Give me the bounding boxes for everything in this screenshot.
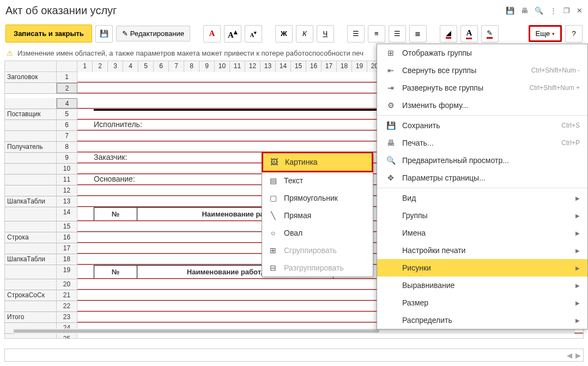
expand-icon: ⇥ — [385, 83, 397, 92]
column-header[interactable]: 9 — [199, 61, 215, 72]
mm-expand[interactable]: ⇥Развернуть все группыCtrl+Shift+Num + — [377, 79, 587, 97]
chevron-right-icon: ▶ — [575, 230, 580, 236]
border-color-button[interactable]: ✎ — [481, 25, 499, 43]
text-color-button[interactable]: А — [460, 25, 478, 43]
save-icon[interactable]: 💾 — [506, 7, 514, 15]
column-header[interactable]: 5 — [138, 61, 154, 72]
page-title: Акт об оказании услуг — [5, 4, 117, 17]
font-inc-button[interactable]: A▴ — [224, 25, 241, 43]
column-header[interactable]: 2 — [93, 61, 108, 72]
mm-groups[interactable]: Группы▶ — [377, 207, 587, 224]
print-icon[interactable]: 🖶 — [521, 7, 528, 15]
align-left-icon: ☰ — [353, 29, 359, 38]
rect-icon: ▢ — [269, 194, 277, 202]
submenu-text[interactable]: ▤Текст — [262, 172, 373, 189]
column-header[interactable]: 6 — [154, 61, 169, 72]
scroll-right-icon[interactable]: ▶ — [575, 351, 581, 359]
mm-print[interactable]: 🖶Печать...Ctrl+P — [377, 134, 587, 152]
mm-drawings[interactable]: Рисунки▶ — [377, 259, 587, 277]
column-header[interactable]: 4 — [123, 61, 138, 72]
mm-save[interactable]: 💾СохранитьCtrl+S — [377, 117, 587, 134]
column-header[interactable]: 19 — [352, 61, 367, 72]
mm-change-form[interactable]: ⚙Изменить форму... — [377, 97, 587, 114]
floppy-icon: 💾 — [100, 29, 108, 38]
align-justify-button[interactable]: ≣ — [409, 25, 427, 43]
mm-print-settings[interactable]: Настройки печати▶ — [377, 242, 587, 259]
column-header[interactable]: 1 — [77, 61, 93, 72]
more-button[interactable]: Еще ▾ — [529, 25, 562, 42]
mm-preview[interactable]: 🔍Предварительный просмотр... — [377, 152, 587, 169]
mm-collapse[interactable]: ⇤Свернуть все группыCtrl+Shift+Num - — [377, 62, 587, 79]
a-up-icon: A▴ — [228, 28, 238, 40]
bottom-scrollbar-area: ◀ ▶ — [4, 349, 584, 362]
mm-show-groups[interactable]: ⊞Отображать группы — [377, 44, 587, 62]
mm-names[interactable]: Имена▶ — [377, 224, 587, 242]
chevron-down-icon: ▾ — [552, 31, 555, 37]
column-header[interactable]: 18 — [337, 61, 352, 72]
align-right-button[interactable]: ☰ — [389, 25, 406, 43]
printer-icon: 🖶 — [385, 139, 397, 147]
italic-button[interactable]: К — [296, 25, 313, 43]
pencil-icon: ✎ — [487, 29, 493, 39]
grid-row[interactable]: 25 — [5, 334, 583, 339]
collapse-icon: ⇤ — [385, 66, 397, 75]
column-header[interactable]: 16 — [306, 61, 322, 72]
image-icon: 🖼 — [270, 158, 278, 166]
edit-button[interactable]: ✎Редактирование — [116, 26, 190, 41]
column-header[interactable]: 14 — [276, 61, 291, 72]
bold-icon: Ж — [281, 29, 287, 38]
align-left-button[interactable]: ☰ — [347, 25, 365, 43]
mm-align[interactable]: Выравнивание▶ — [377, 277, 587, 294]
close-icon[interactable]: ✕ — [577, 7, 583, 15]
submenu-ungroup: ⊟Разгруппировать — [262, 259, 373, 277]
mm-distribute[interactable]: Распределить▶ — [377, 311, 587, 329]
submenu-rect[interactable]: ▢Прямоугольник — [262, 189, 373, 207]
font-dec-button[interactable]: A▾ — [245, 25, 262, 43]
a-down-icon: A▾ — [250, 29, 257, 38]
column-header[interactable]: 17 — [322, 61, 337, 72]
fill-color-button[interactable]: ◢ — [440, 25, 457, 43]
chevron-right-icon: ▶ — [575, 248, 580, 254]
scroll-left-icon[interactable]: ◀ — [567, 351, 572, 359]
chevron-right-icon: ▶ — [575, 283, 580, 289]
submenu-oval[interactable]: ○Овал — [262, 224, 373, 242]
submenu-group: ⊞Сгруппировать — [262, 242, 373, 259]
align-center-button[interactable]: ≡ — [368, 25, 385, 43]
align-right-icon: ☰ — [394, 29, 401, 38]
drawings-submenu: 🖼Картинка ▤Текст ▢Прямоугольник ╲Прямая … — [262, 152, 373, 277]
more-menu: ⊞Отображать группы ⇤Свернуть все группыC… — [377, 44, 588, 329]
underline-button[interactable]: Ч — [317, 25, 334, 43]
submenu-line[interactable]: ╲Прямая — [262, 207, 373, 224]
chevron-right-icon: ▶ — [575, 195, 580, 201]
groups-icon: ⊞ — [385, 49, 397, 57]
align-justify-icon: ≣ — [415, 29, 421, 38]
help-button[interactable]: ? — [565, 25, 583, 43]
column-header[interactable]: 7 — [169, 61, 184, 72]
mm-view[interactable]: Вид▶ — [377, 189, 587, 207]
bold-button[interactable]: Ж — [275, 25, 293, 43]
underline-icon: Ч — [323, 29, 328, 38]
column-header[interactable]: 12 — [245, 61, 260, 72]
column-header[interactable]: 3 — [108, 61, 123, 72]
column-header[interactable]: 11 — [230, 61, 245, 72]
align-center-icon: ≡ — [374, 29, 379, 38]
preview-icon[interactable]: 🔍 — [535, 7, 543, 15]
window-icon[interactable]: ❐ — [563, 7, 570, 15]
chevron-right-icon: ▶ — [575, 265, 580, 271]
mm-page-params[interactable]: ✥Параметры страницы... — [377, 169, 587, 187]
column-header[interactable]: 8 — [184, 61, 199, 72]
column-header[interactable]: 15 — [291, 61, 306, 72]
line-icon: ╲ — [269, 211, 277, 220]
column-header[interactable]: 10 — [215, 61, 230, 72]
column-header[interactable]: 13 — [260, 61, 276, 72]
save-close-button[interactable]: Записать и закрыть — [5, 25, 92, 43]
submenu-picture[interactable]: 🖼Картинка — [262, 152, 373, 172]
chevron-right-icon: ▶ — [575, 317, 580, 323]
font-button[interactable]: A — [203, 25, 221, 43]
mm-size[interactable]: Размер▶ — [377, 294, 587, 311]
ungroup-icon: ⊟ — [269, 263, 277, 272]
group-icon: ⊞ — [269, 246, 277, 255]
gear-icon: ⚙ — [385, 101, 397, 110]
save-button[interactable]: 💾 — [95, 25, 113, 43]
kebab-icon[interactable]: ⋮ — [550, 7, 557, 15]
